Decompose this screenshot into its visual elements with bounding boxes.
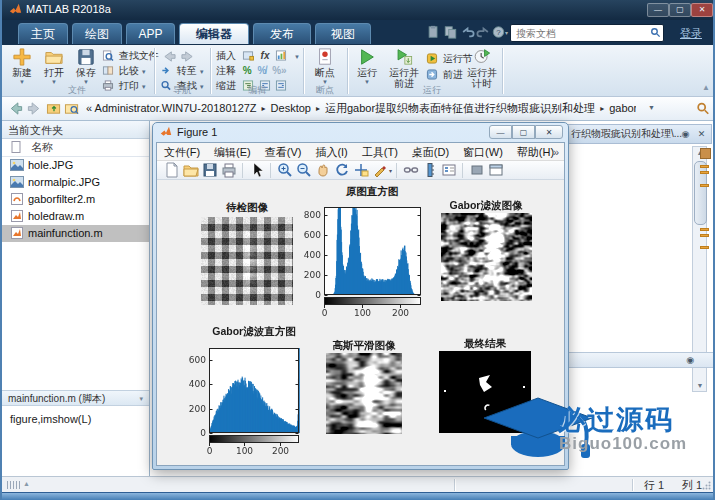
open-icon[interactable] (183, 162, 199, 178)
save-icon[interactable] (202, 162, 218, 178)
show-plot-tools-icon[interactable] (488, 162, 504, 178)
new-figure-icon[interactable] (164, 162, 180, 178)
folder-up-icon[interactable] (46, 101, 62, 116)
ribbon-tab-2[interactable]: 绘图 (72, 23, 122, 44)
brush-icon[interactable] (372, 162, 388, 178)
file-item[interactable]: normalpic.JPG (2, 174, 149, 191)
file-item[interactable]: gaborfilter2.m (2, 191, 149, 208)
save-button[interactable]: 保存▼ (71, 48, 101, 84)
editor-panel-menu-icon[interactable]: ◉ (679, 128, 692, 141)
pan-icon[interactable] (315, 162, 331, 178)
uncomment-icon[interactable]: %̸ (257, 65, 266, 76)
figure-menu-2[interactable]: 编辑(E) (207, 146, 258, 158)
browse-folder-icon[interactable] (64, 101, 80, 116)
file-item[interactable]: hole.JPG (2, 157, 149, 174)
ribbon-tab-3[interactable]: APP (126, 23, 175, 44)
file-item[interactable]: holedraw.m (2, 208, 149, 225)
copy-icon[interactable] (443, 25, 458, 39)
minimize-button[interactable]: — (647, 3, 669, 17)
advance-button[interactable]: 前进 (426, 68, 463, 81)
print-icon[interactable] (221, 162, 237, 178)
new-button[interactable]: 新建▼ (7, 48, 37, 84)
nav-back-icon[interactable] (8, 101, 24, 116)
panel-collapse-icon[interactable]: ▲ (23, 480, 30, 487)
breadcrumb-segment-4[interactable]: gabor特征 (609, 102, 636, 114)
figure-menu-3[interactable]: 查看(V) (258, 146, 309, 158)
figure-menu-4[interactable]: 插入(I) (308, 146, 354, 158)
wrap-comment-icon[interactable]: %» (272, 65, 286, 76)
data-cursor-icon[interactable] (353, 162, 369, 178)
comment-button[interactable]: 注释 % %̸ %» (216, 64, 287, 77)
insert-fx-icon[interactable]: fx (261, 50, 270, 61)
figure-titlebar[interactable]: Figure 1 — ▢ ✕ (153, 123, 568, 142)
file-details-header[interactable]: mainfunction.m (脚本) ▾ (2, 390, 149, 406)
login-link[interactable]: 登录 (680, 26, 702, 41)
cursor-col-indicator: 列 1 (682, 478, 702, 493)
open-button[interactable]: 打开▼ (39, 48, 69, 84)
insert-colorbar-icon[interactable] (422, 162, 438, 178)
insert-legend-icon[interactable] (441, 162, 457, 178)
figure-minimize-button[interactable]: — (489, 125, 512, 139)
maximize-button[interactable]: ▢ (669, 3, 691, 17)
search-icon[interactable] (650, 27, 661, 38)
panel-grip-icon[interactable] (7, 481, 20, 489)
back-icon[interactable] (162, 50, 177, 63)
insert-button[interactable]: 插入 fx ▼ (216, 49, 300, 62)
file-item[interactable]: mainfunction.m (2, 225, 149, 242)
name-column-header[interactable]: 名称 (2, 139, 149, 157)
breakpoints-button[interactable]: 断点▼ (308, 48, 342, 84)
undo-icon[interactable] (460, 25, 475, 39)
paste-icon[interactable] (426, 25, 441, 39)
ribbon-tab-1[interactable]: 主页 (18, 23, 68, 44)
address-dropdown-icon[interactable]: ▼ (648, 104, 655, 111)
hide-plot-tools-icon[interactable] (469, 162, 485, 178)
figure-maximize-button[interactable]: ▢ (512, 125, 535, 139)
current-folder-title[interactable]: 当前文件夹 (2, 121, 149, 139)
figure-menu-7[interactable]: 窗口(W) (456, 146, 510, 158)
breadcrumb-segment-3[interactable]: 运用gabor提取织物表面特征值进行织物瑕疵识别和处理 (325, 102, 595, 114)
ribbon-tab-5[interactable]: 发布 (253, 23, 311, 44)
panel-menu-icon[interactable]: ◉ (686, 355, 694, 365)
doc-search-box[interactable] (510, 24, 664, 42)
rotate-3d-icon[interactable] (334, 162, 350, 178)
analyzer-status-icon[interactable] (700, 148, 711, 159)
breadcrumb-segment-2[interactable]: Desktop (271, 102, 311, 114)
zoom-in-icon[interactable] (277, 162, 293, 178)
editor-document-title: 行织物瑕疵识别和处理\... (571, 125, 682, 143)
figure-toolbar: ▾ (157, 161, 564, 180)
compare-button[interactable]: 比较▼ (102, 64, 147, 77)
address-search-icon[interactable] (696, 101, 710, 116)
breadcrumb-segment-1[interactable]: Administrator.WIN7U-20180127Z (95, 102, 257, 114)
zoom-out-icon[interactable] (296, 162, 312, 178)
cursor-icon[interactable] (249, 162, 265, 178)
ribbon-tab-4[interactable]: 编辑器 (179, 23, 249, 44)
figure-close-button[interactable]: ✕ (535, 125, 563, 139)
insert-section-icon (242, 50, 254, 61)
run-time-button[interactable]: 运行并计时 (464, 48, 500, 89)
editor-close-icon[interactable]: ✕ (695, 128, 708, 141)
watermark-url: Biguo100.com (559, 434, 687, 454)
help-icon[interactable]: ? (491, 25, 506, 39)
ribbon-tab-6[interactable]: 视图 (315, 23, 371, 44)
run-advance-button[interactable]: 运行并前进 (386, 48, 422, 89)
figure-menu-1[interactable]: 文件(F) (157, 146, 207, 158)
resize-grip-icon[interactable] (702, 481, 711, 490)
nav-forward-icon[interactable] (26, 101, 42, 116)
menu-overflow-icon[interactable]: » (553, 143, 559, 161)
close-button[interactable]: ✕ (691, 3, 713, 17)
ribbon-collapse-icon[interactable]: ▲ (702, 83, 710, 92)
run-button[interactable]: 运行▼ (352, 48, 382, 84)
lower-panel-header[interactable]: ◉ (569, 352, 714, 368)
details-collapse-icon[interactable]: ▾ (139, 391, 143, 407)
figure-menu-6[interactable]: 桌面(D) (405, 146, 456, 158)
redo-icon[interactable] (476, 25, 491, 39)
find-files-button[interactable]: 查找文件 (102, 49, 159, 62)
breadcrumb[interactable]: « Administrator.WIN7U-20180127Z▸Desktop▸… (86, 101, 636, 117)
forward-icon[interactable] (180, 50, 195, 63)
figure-menu-5[interactable]: 工具(T) (355, 146, 405, 158)
goto-button[interactable]: 转至▼ (160, 64, 205, 77)
search-input[interactable] (514, 25, 646, 41)
link-plot-icon[interactable] (403, 162, 419, 178)
comment-icon[interactable]: % (243, 65, 252, 76)
brush-dropdown-icon[interactable]: ▾ (389, 167, 392, 174)
